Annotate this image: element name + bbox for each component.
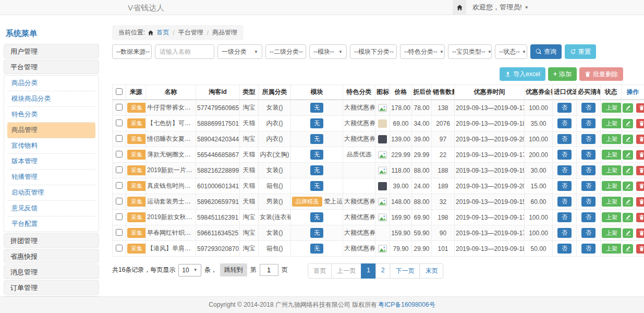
level1-category-select[interactable]: 一级分类 ▼ [217,44,262,59]
sidebar-item[interactable]: 订单管理 [4,280,99,295]
sidebar-subitem[interactable]: 轮播管理 [7,170,95,185]
sidebar-subitem[interactable]: 模块商品分类 [7,91,95,107]
page-button[interactable]: 末页 [420,263,444,279]
sidebar-item[interactable]: 消息管理 [4,264,99,279]
sidebar-subitem[interactable]: 商品分类 [7,76,95,91]
page-button[interactable]: 1 [361,263,376,279]
level2-category-select[interactable]: --二级分类-- ▼ [265,44,306,59]
sidebar-subitem[interactable]: 启动页管理 [7,185,95,201]
status-toggle[interactable]: 上架 [602,150,622,160]
sidebar-subitem[interactable]: 宣传物料 [7,138,95,154]
delete-button[interactable] [636,150,644,160]
must-buy-toggle[interactable]: 否 [581,181,596,191]
sidebar-subitem[interactable]: 特色分类 [7,107,95,123]
delete-button[interactable] [636,197,644,207]
add-button[interactable]: + 添加 [548,67,577,81]
jump-button[interactable]: 跳转到 [220,263,247,276]
edit-button[interactable] [623,197,633,207]
status-select[interactable]: --状态-- ▼ [495,44,527,59]
must-buy-toggle[interactable]: 否 [581,197,596,207]
batch-delete-button[interactable]: 批量删除 [579,67,623,81]
must-buy-toggle[interactable]: 否 [581,118,596,128]
delete-button[interactable] [636,103,644,113]
home-button[interactable] [453,0,466,15]
sidebar-item[interactable]: 拼团管理 [4,233,99,248]
sidebar-subitem[interactable]: 意见反馈 [7,201,95,216]
must-buy-toggle[interactable]: 否 [581,244,596,254]
row-checkbox[interactable] [116,166,123,173]
row-checkbox[interactable] [116,229,123,236]
edit-button[interactable] [623,213,633,222]
page-button[interactable]: 下一页 [390,263,420,279]
must-buy-toggle[interactable]: 否 [581,165,596,175]
import-optional-toggle[interactable]: 否 [557,228,572,238]
delete-button[interactable] [636,119,644,128]
row-checkbox[interactable] [116,198,123,204]
edit-button[interactable] [623,150,633,160]
delete-button[interactable] [636,166,644,175]
name-input[interactable] [155,44,214,59]
user-menu[interactable]: 欢迎您，管理员! ▼ [472,3,529,12]
status-toggle[interactable]: 上架 [602,165,622,175]
data-source-select[interactable]: --数据来源-- ▼ [112,44,152,59]
must-buy-toggle[interactable]: 否 [581,228,596,238]
import-excel-button[interactable]: 导入excel [500,67,545,81]
import-optional-toggle[interactable]: 否 [557,165,572,175]
select-all-checkbox[interactable] [116,88,123,95]
edit-button[interactable] [623,119,633,128]
status-toggle[interactable]: 上架 [602,134,622,144]
import-optional-toggle[interactable]: 否 [557,181,572,191]
row-checkbox[interactable] [116,182,123,189]
import-optional-toggle[interactable]: 否 [557,197,572,207]
sidebar-item[interactable]: 平台管理 [4,59,99,74]
row-checkbox[interactable] [116,213,123,220]
delete-button[interactable] [636,213,644,222]
jump-page-input[interactable] [260,264,278,276]
icp-link[interactable]: 粤ICP备16098006号 [378,300,435,309]
item-type-select[interactable]: --宝贝类型-- ▼ [448,44,492,59]
module-sub-select[interactable]: --模块下分类-- ▼ [350,44,397,59]
page-button[interactable]: 首页 [308,263,332,279]
page-button[interactable]: 上一页 [331,263,361,279]
status-toggle[interactable]: 上架 [602,197,622,207]
status-toggle[interactable]: 上架 [602,103,622,113]
per-page-select[interactable]: 10 ▼ [178,264,201,276]
must-buy-toggle[interactable]: 否 [581,150,596,160]
delete-button[interactable] [636,135,644,144]
page-button[interactable]: 2 [375,263,391,279]
sidebar-item[interactable]: 用户管理 [4,44,99,58]
status-toggle[interactable]: 上架 [602,181,622,191]
delete-button[interactable] [636,244,644,254]
row-checkbox[interactable] [116,119,123,126]
must-buy-toggle[interactable]: 否 [581,103,596,113]
import-optional-toggle[interactable]: 否 [557,244,572,254]
status-toggle[interactable]: 上架 [602,244,622,254]
sidebar-subitem[interactable]: 平台配置 [7,216,95,232]
feature-category-select[interactable]: --特色分类-- ▼ [400,44,445,59]
row-checkbox[interactable] [116,135,123,142]
must-buy-toggle[interactable]: 否 [581,212,596,222]
delete-button[interactable] [636,182,644,191]
breadcrumb-home-link[interactable]: 首页 [156,28,169,37]
search-button[interactable]: 查询 [530,44,562,59]
module-select[interactable]: --模块-- ▼ [309,44,347,59]
import-optional-toggle[interactable]: 否 [557,118,572,128]
row-checkbox[interactable] [116,151,123,158]
import-optional-toggle[interactable]: 否 [557,150,572,160]
sidebar-item[interactable]: 省惠快报 [4,249,99,263]
edit-button[interactable] [623,103,633,113]
import-optional-toggle[interactable]: 否 [557,103,572,113]
delete-button[interactable] [636,228,644,238]
edit-button[interactable] [623,182,633,191]
edit-button[interactable] [623,166,633,175]
import-optional-toggle[interactable]: 否 [557,134,572,144]
edit-button[interactable] [623,244,633,254]
sidebar-subitem[interactable]: 商品管理 [7,123,95,138]
sidebar-subitem[interactable]: 版本管理 [7,154,95,170]
row-checkbox[interactable] [116,104,123,111]
edit-button[interactable] [623,135,633,144]
status-toggle[interactable]: 上架 [602,118,622,128]
status-toggle[interactable]: 上架 [602,228,622,238]
reset-button[interactable]: 重置 [565,44,596,59]
row-checkbox[interactable] [116,245,123,251]
